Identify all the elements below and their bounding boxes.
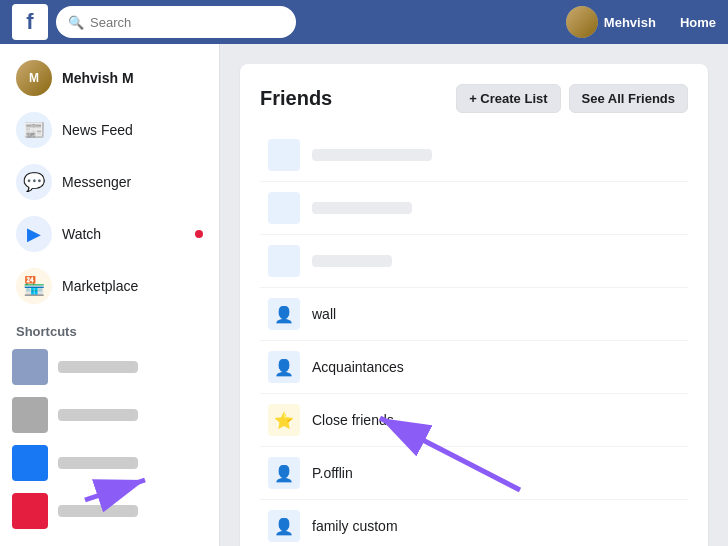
shortcut-thumb-3	[12, 445, 48, 481]
sidebar-label-marketplace: Marketplace	[62, 278, 138, 294]
see-all-friends-button[interactable]: See All Friends	[569, 84, 688, 113]
placeholder-row-3	[260, 235, 688, 288]
list-item-wall[interactable]: 👤 wall	[260, 288, 688, 341]
ph-bar-1	[312, 149, 432, 161]
list-icon-family-custom: 👤	[268, 510, 300, 542]
friends-panel: Friends + Create List See All Friends	[240, 64, 708, 546]
shortcut-label-2	[58, 409, 138, 421]
shortcut-1[interactable]	[0, 343, 219, 391]
shortcut-4[interactable]	[0, 487, 219, 535]
news-feed-icon: 📰	[16, 112, 52, 148]
sidebar-label-watch: Watch	[62, 226, 101, 242]
list-icon-wall: 👤	[268, 298, 300, 330]
list-icon-acquaintances: 👤	[268, 351, 300, 383]
sidebar-item-messenger[interactable]: 💬 Messenger	[4, 156, 215, 208]
ph-bar-2	[312, 202, 412, 214]
list-item-family-custom[interactable]: 👤 family custom	[260, 500, 688, 546]
placeholder-row-1	[260, 129, 688, 182]
list-icon-pofflin: 👤	[268, 457, 300, 489]
messenger-icon: 💬	[16, 164, 52, 200]
sidebar-label-news-feed: News Feed	[62, 122, 133, 138]
sidebar-item-user[interactable]: M Mehvish M	[4, 52, 215, 104]
list-name-pofflin: P.offlin	[312, 465, 353, 481]
facebook-logo: f	[12, 4, 48, 40]
main-content: Friends + Create List See All Friends	[220, 44, 728, 546]
ph-icon-2	[268, 192, 300, 224]
shortcut-2[interactable]	[0, 391, 219, 439]
ph-icon-3	[268, 245, 300, 277]
list-name-family-custom: family custom	[312, 518, 398, 534]
search-icon: 🔍	[68, 15, 84, 30]
friends-actions: + Create List See All Friends	[456, 84, 688, 113]
friends-header: Friends + Create List See All Friends	[260, 84, 688, 113]
explore-title: Explore	[0, 535, 219, 546]
sidebar-item-marketplace[interactable]: 🏪 Marketplace	[4, 260, 215, 312]
sidebar-username: Mehvish M	[62, 70, 134, 86]
shortcut-thumb-2	[12, 397, 48, 433]
list-item-acquaintances[interactable]: 👤 Acquaintances	[260, 341, 688, 394]
search-bar[interactable]: 🔍	[56, 6, 296, 38]
shortcut-thumb-4	[12, 493, 48, 529]
shortcut-label-1	[58, 361, 138, 373]
placeholder-row-2	[260, 182, 688, 235]
list-name-acquaintances: Acquaintances	[312, 359, 404, 375]
list-name-close-friends: Close friends	[312, 412, 394, 428]
sidebar-label-messenger: Messenger	[62, 174, 131, 190]
nav-username: Mehvish	[604, 15, 656, 30]
nav-user[interactable]: Mehvish	[566, 6, 656, 38]
sidebar: M Mehvish M 📰 News Feed 💬 Messenger ▶ Wa…	[0, 44, 220, 546]
sidebar-item-watch[interactable]: ▶ Watch	[4, 208, 215, 260]
list-item-pofflin[interactable]: 👤 P.offlin	[260, 447, 688, 500]
list-item-close-friends[interactable]: ⭐ Close friends	[260, 394, 688, 447]
page-layout: M Mehvish M 📰 News Feed 💬 Messenger ▶ Wa…	[0, 44, 728, 546]
sidebar-item-news-feed[interactable]: 📰 News Feed	[4, 104, 215, 156]
search-input[interactable]	[90, 15, 284, 30]
home-link[interactable]: Home	[680, 15, 716, 30]
avatar	[566, 6, 598, 38]
friends-title: Friends	[260, 87, 332, 110]
marketplace-icon: 🏪	[16, 268, 52, 304]
list-name-wall: wall	[312, 306, 336, 322]
ph-icon-1	[268, 139, 300, 171]
shortcut-thumb-1	[12, 349, 48, 385]
top-navigation: f 🔍 Mehvish Home	[0, 0, 728, 44]
shortcut-label-4	[58, 505, 138, 517]
shortcuts-title: Shortcuts	[0, 312, 219, 343]
watch-notification-dot	[195, 230, 203, 238]
watch-icon: ▶	[16, 216, 52, 252]
create-list-button[interactable]: + Create List	[456, 84, 560, 113]
user-avatar: M	[16, 60, 52, 96]
list-icon-close-friends: ⭐	[268, 404, 300, 436]
shortcut-label-3	[58, 457, 138, 469]
ph-bar-3	[312, 255, 392, 267]
shortcut-3[interactable]	[0, 439, 219, 487]
